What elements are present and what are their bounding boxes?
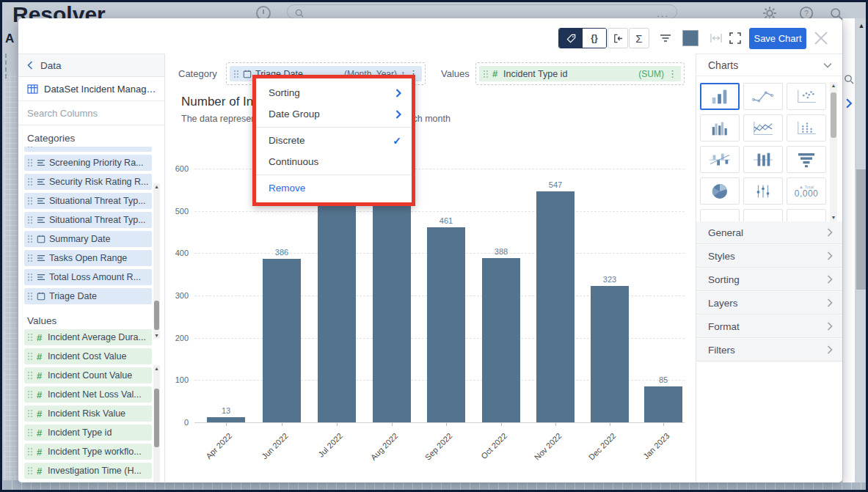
chart-type-tile[interactable] [743, 209, 783, 221]
field-label: Screening Priority Ra... [49, 158, 149, 168]
move-to-axis-button[interactable] [608, 28, 628, 48]
rail-search-icon[interactable] [844, 74, 854, 84]
color-swatch-button[interactable] [682, 30, 699, 46]
field-menu-icon[interactable]: ⋮ [668, 69, 677, 78]
value-field-pill[interactable]: #Incident Risk Value [24, 405, 152, 422]
braces-mode-button[interactable]: {} [583, 29, 606, 48]
section-format[interactable]: Format [696, 315, 842, 338]
category-field-pill[interactable] [24, 147, 152, 152]
scroll-up-arrow[interactable]: ▲ [153, 365, 160, 372]
sort-filter-icon[interactable] [656, 28, 675, 48]
category-field-pill[interactable]: Situational Threat Typ... [24, 193, 152, 209]
bar[interactable] [263, 259, 301, 422]
global-search-bar[interactable]: ... [287, 4, 677, 19]
rail-expand-chevron-icon[interactable] [845, 98, 853, 109]
value-field-pill[interactable]: # [24, 482, 152, 482]
section-general[interactable]: General [696, 221, 842, 244]
bar[interactable] [482, 258, 520, 422]
bar[interactable] [373, 200, 411, 422]
chart-type-scatter[interactable] [787, 83, 826, 110]
scroll-up-arrow[interactable]: ▲ [153, 183, 160, 190]
chart-type-bar[interactable] [700, 83, 740, 110]
chart-type-funnel[interactable] [787, 146, 826, 173]
drag-handle-icon [27, 235, 33, 243]
table-icon [27, 84, 38, 94]
menu-item-discrete[interactable]: Discrete ✓ [256, 130, 412, 151]
x-axis-tick [337, 423, 338, 426]
drag-handle-icon [233, 70, 239, 78]
category-field-pill[interactable]: Situational Threat Typ... [24, 212, 152, 228]
bar[interactable] [536, 191, 575, 422]
hash-icon: # [37, 427, 44, 438]
chart-type-multi-line[interactable] [743, 114, 783, 142]
category-field-pill[interactable]: Triage Date [24, 288, 152, 304]
chevron-right-icon [827, 251, 833, 260]
value-field-pill[interactable]: # Incident Type id (SUM) ⋮ [479, 66, 681, 81]
data-panel-header[interactable]: Data [18, 54, 164, 77]
menu-item-date-group[interactable]: Date Group [256, 103, 412, 125]
y-axis-tick-label: 200 [167, 334, 189, 342]
y-axis-tick-label: 100 [167, 375, 189, 384]
back-chevron-icon [27, 61, 33, 70]
category-field-pill[interactable]: Summary Date [24, 231, 152, 247]
chart-type-tile[interactable] [700, 209, 740, 221]
values-scrollbar[interactable]: ▲ ▼ [153, 365, 160, 482]
chart-type-range-dot[interactable] [743, 177, 783, 205]
page-scrollbar-thumb[interactable] [856, 169, 867, 290]
y-axis-tick-label: 600 [167, 164, 189, 173]
bar[interactable] [207, 417, 245, 422]
search-options-icon[interactable]: ... [657, 8, 669, 19]
save-chart-button[interactable]: Save Chart [749, 28, 806, 49]
dataset-row[interactable]: DataSet Incident Managem... [18, 77, 164, 101]
close-icon[interactable] [813, 30, 829, 46]
category-field-pill[interactable]: Security Risk Rating R... [24, 174, 152, 190]
search-columns-input[interactable] [27, 108, 156, 119]
value-field-pill[interactable]: #Incident Count Value [24, 367, 152, 383]
charts-panel-header[interactable]: Charts [696, 54, 842, 76]
bar[interactable] [427, 227, 465, 422]
bar[interactable] [644, 386, 682, 422]
chart-type-line[interactable] [743, 83, 783, 110]
section-styles[interactable]: Styles [696, 245, 842, 268]
fullscreen-icon[interactable] [726, 28, 745, 48]
chart-type-pos-neg-bar[interactable] [700, 146, 740, 173]
value-field-pill[interactable]: #Incident Type id [24, 425, 152, 441]
scroll-down-arrow[interactable]: ▼ [830, 214, 837, 221]
menu-item-continuous[interactable]: Continuous [256, 151, 412, 172]
values-dropzone: # Incident Type id (SUM) ⋮ [475, 62, 685, 85]
categories-scrollbar[interactable]: ▲ ▼ [153, 183, 160, 339]
section-filters[interactable]: Filters [696, 339, 842, 361]
section-layers[interactable]: Layers [696, 292, 842, 315]
value-field-pill[interactable]: #Incident Cost Value [24, 348, 152, 364]
section-sorting[interactable]: Sorting [696, 268, 842, 291]
chart-grid-scrollbar[interactable]: ▲ ▼ [830, 82, 837, 221]
menu-item-remove[interactable]: Remove [256, 177, 412, 199]
chart-type-kpi[interactable]: ▲ Total0,000 [787, 177, 826, 205]
bar-width-icon[interactable] [707, 28, 726, 48]
chart-type-grouped-bar[interactable] [700, 114, 740, 142]
chart-type-dot-column[interactable] [787, 114, 826, 142]
chart-type-candlestick[interactable] [743, 146, 783, 173]
scroll-up-arrow[interactable]: ▲ [830, 82, 837, 89]
scrollbar-thumb[interactable] [154, 389, 159, 447]
sigma-aggregate-button[interactable]: Σ [629, 28, 649, 48]
category-field-pill[interactable]: Total Loss Amount R... [24, 269, 152, 285]
field-label: Incident Average Dura... [48, 332, 149, 342]
bar[interactable] [318, 203, 356, 422]
chart-type-tile[interactable] [787, 209, 826, 221]
value-field-pill[interactable]: #Investigation Time (H... [24, 463, 152, 479]
value-field-pill[interactable]: #Incident Type workflo... [24, 444, 152, 460]
scrollbar-thumb[interactable] [154, 301, 159, 330]
scroll-down-arrow[interactable]: ▼ [153, 332, 160, 339]
scrollbar-thumb[interactable] [831, 92, 836, 138]
value-field-pill[interactable]: #Incident Average Dura... [24, 329, 152, 345]
category-field-pill[interactable]: Tasks Open Range [24, 250, 152, 266]
tag-mode-button[interactable] [559, 29, 583, 48]
bar[interactable] [591, 286, 629, 422]
value-field-pill[interactable]: #Incident Net Loss Val... [24, 386, 152, 403]
category-field-pill[interactable]: Screening Priority Ra... [24, 155, 152, 171]
page-scrollbar-up-arrow[interactable]: ▲ [856, 20, 867, 32]
y-axis-tick-label: 400 [167, 249, 189, 257]
menu-item-sorting[interactable]: Sorting [256, 82, 412, 103]
chart-type-pie[interactable] [700, 177, 740, 205]
